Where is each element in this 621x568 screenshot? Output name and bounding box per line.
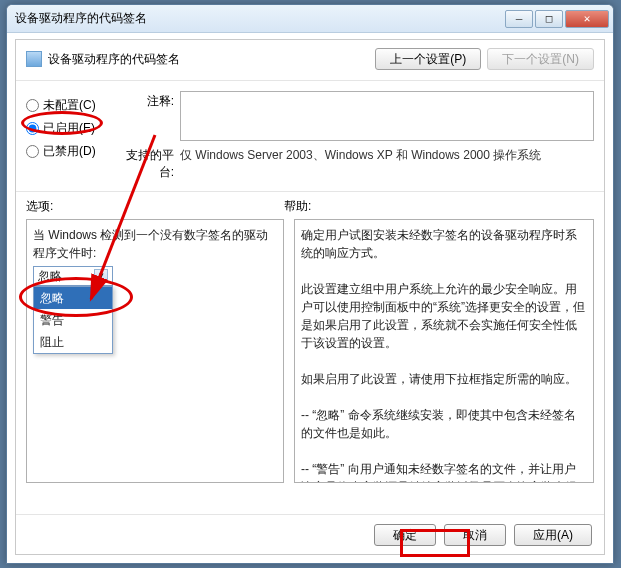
combo-dropdown: 忽略 警告 阻止	[33, 286, 113, 354]
option-ignore[interactable]: 忽略	[34, 287, 112, 309]
apply-button[interactable]: 应用(A)	[514, 524, 592, 546]
option-warn[interactable]: 警告	[34, 309, 112, 331]
help-p: 如果启用了此设置，请使用下拉框指定所需的响应。	[301, 370, 587, 388]
help-p: 此设置建立组中用户系统上允许的最少安全响应。用户可以使用控制面板中的“系统”选择…	[301, 280, 587, 352]
maximize-button[interactable]: □	[535, 10, 563, 28]
window-title: 设备驱动程序的代码签名	[15, 10, 505, 27]
chevron-down-icon: ▾	[94, 269, 108, 283]
pane-labels: 选项: 帮助:	[16, 198, 604, 215]
help-p: 确定用户试图安装未经数字签名的设备驱动程序时系统的响应方式。	[301, 226, 587, 262]
policy-icon	[26, 51, 42, 67]
help-pane: 确定用户试图安装未经数字签名的设备驱动程序时系统的响应方式。 此设置建立组中用户…	[294, 219, 594, 483]
titlebar[interactable]: 设备驱动程序的代码签名 — □ ✕	[7, 5, 613, 33]
comment-label: 注释:	[118, 91, 180, 141]
option-block[interactable]: 阻止	[34, 331, 112, 353]
next-setting-button: 下一个设置(N)	[487, 48, 594, 70]
comment-textarea[interactable]	[180, 91, 594, 141]
options-text: 当 Windows 检测到一个没有数字签名的驱动程序文件时:	[33, 226, 277, 262]
header-row: 设备驱动程序的代码签名 上一个设置(P) 下一个设置(N)	[16, 40, 604, 81]
dialog-body: 设备驱动程序的代码签名 上一个设置(P) 下一个设置(N) 未配置(C) 已启用…	[15, 39, 605, 555]
response-combobox[interactable]: 忽略 ▾	[33, 266, 113, 286]
radio-group: 未配置(C) 已启用(E) 已禁用(D)	[26, 87, 118, 185]
help-label: 帮助:	[284, 198, 311, 215]
ok-button[interactable]: 确定	[374, 524, 436, 546]
panes: 当 Windows 检测到一个没有数字签名的驱动程序文件时: 忽略 ▾ 忽略 警…	[16, 215, 604, 483]
platform-label: 支持的平台:	[118, 145, 180, 181]
radio-enabled[interactable]: 已启用(E)	[26, 120, 118, 137]
cancel-button[interactable]: 取消	[444, 524, 506, 546]
footer: 确定 取消 应用(A)	[16, 514, 604, 554]
radio-disabled[interactable]: 已禁用(D)	[26, 143, 118, 160]
options-label: 选项:	[26, 198, 284, 215]
header-label: 设备驱动程序的代码签名	[48, 51, 369, 68]
platform-value: 仅 Windows Server 2003、Windows XP 和 Windo…	[180, 145, 594, 181]
radio-unconfigured[interactable]: 未配置(C)	[26, 97, 118, 114]
help-p: -- “忽略” 命令系统继续安装，即使其中包含未经签名的文件也是如此。	[301, 406, 587, 442]
window-buttons: — □ ✕	[505, 10, 609, 28]
separator	[16, 191, 604, 192]
close-button[interactable]: ✕	[565, 10, 609, 28]
prev-setting-button[interactable]: 上一个设置(P)	[375, 48, 481, 70]
config-area: 未配置(C) 已启用(E) 已禁用(D) 注释: 支持的平台: 仅 Window…	[16, 81, 604, 185]
help-p: -- “警告” 向用户通知未经数字签名的文件，并让用户决定是停止安装还是继续安装…	[301, 460, 587, 483]
minimize-button[interactable]: —	[505, 10, 533, 28]
combo-value: 忽略	[38, 267, 62, 285]
dialog-window: 设备驱动程序的代码签名 — □ ✕ 设备驱动程序的代码签名 上一个设置(P) 下…	[6, 4, 614, 564]
options-pane: 当 Windows 检测到一个没有数字签名的驱动程序文件时: 忽略 ▾ 忽略 警…	[26, 219, 284, 483]
